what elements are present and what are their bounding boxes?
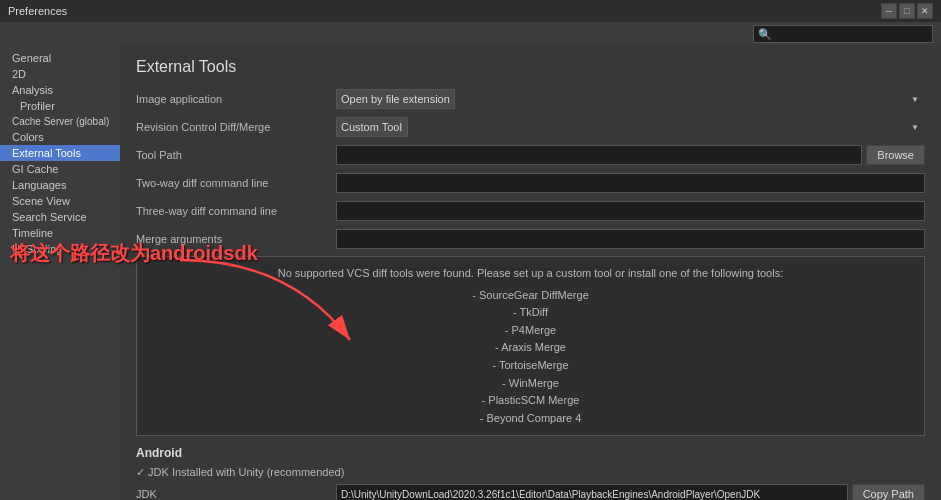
close-button[interactable]: ✕ <box>917 3 933 19</box>
jdk-path-row: JDK Copy Path <box>136 483 925 500</box>
merge-arguments-input[interactable] <box>336 229 925 249</box>
sidebar-item-gi-cache[interactable]: GI Cache <box>0 161 120 177</box>
sidebar-item-ui-scaling[interactable]: UI Scaling <box>0 241 120 257</box>
sidebar-item-2d[interactable]: 2D <box>0 66 120 82</box>
two-way-diff-row: Two-way diff command line <box>136 172 925 194</box>
three-way-diff-input[interactable] <box>336 201 925 221</box>
info-box-line1: No supported VCS diff tools were found. … <box>149 265 912 283</box>
revision-control-row: Revision Control Diff/Merge Custom Tool <box>136 116 925 138</box>
sidebar-item-profiler[interactable]: Profiler <box>0 98 120 114</box>
three-way-diff-label: Three-way diff command line <box>136 205 336 217</box>
tool-path-browse-button[interactable]: Browse <box>866 145 925 165</box>
title-bar-controls: ─ □ ✕ <box>881 3 933 19</box>
revision-control-dropdown-wrapper: Custom Tool <box>336 117 925 137</box>
android-section-header: Android <box>136 446 925 460</box>
sidebar-item-cache-server[interactable]: Cache Server (global) <box>0 114 120 129</box>
two-way-diff-value <box>336 173 925 193</box>
jdk-checkbox-row: ✓ JDK Installed with Unity (recommended) <box>136 466 925 479</box>
jdk-path-input[interactable] <box>336 484 848 500</box>
revision-control-value: Custom Tool <box>336 117 925 137</box>
sidebar-item-search-service[interactable]: Search Service <box>0 209 120 225</box>
search-input[interactable] <box>753 25 933 43</box>
image-application-value: Open by file extension <box>336 89 925 109</box>
section-title: External Tools <box>136 58 925 76</box>
sidebar-item-scene-view[interactable]: Scene View <box>0 193 120 209</box>
sidebar-item-languages[interactable]: Languages <box>0 177 120 193</box>
sidebar-item-general[interactable]: General <box>0 50 120 66</box>
two-way-diff-input[interactable] <box>336 173 925 193</box>
revision-control-select[interactable]: Custom Tool <box>336 117 408 137</box>
tool-path-label: Tool Path <box>136 149 336 161</box>
three-way-diff-value <box>336 201 925 221</box>
image-application-dropdown-wrapper: Open by file extension <box>336 89 925 109</box>
image-application-select[interactable]: Open by file extension <box>336 89 455 109</box>
minimize-button[interactable]: ─ <box>881 3 897 19</box>
sidebar-item-external-tools[interactable]: External Tools <box>0 145 120 161</box>
maximize-button[interactable]: □ <box>899 3 915 19</box>
jdk-copy-path-button[interactable]: Copy Path <box>852 484 925 500</box>
search-bar <box>0 22 941 46</box>
revision-control-label: Revision Control Diff/Merge <box>136 121 336 133</box>
sidebar: General 2D Analysis Profiler Cache Serve… <box>0 46 120 500</box>
jdk-label: JDK <box>136 488 336 500</box>
jdk-path-value: Copy Path <box>336 484 925 500</box>
jdk-check-label: ✓ JDK Installed with Unity (recommended) <box>136 466 344 479</box>
two-way-diff-label: Two-way diff command line <box>136 177 336 189</box>
sidebar-item-colors[interactable]: Colors <box>0 129 120 145</box>
merge-arguments-label: Merge arguments <box>136 233 336 245</box>
sidebar-item-timeline[interactable]: Timeline <box>0 225 120 241</box>
image-application-label: Image application <box>136 93 336 105</box>
info-box: No supported VCS diff tools were found. … <box>136 256 925 436</box>
image-application-row: Image application Open by file extension <box>136 88 925 110</box>
content-area: External Tools Image application Open by… <box>120 46 941 500</box>
main-layout: General 2D Analysis Profiler Cache Serve… <box>0 46 941 500</box>
info-box-tools: - SourceGear DiffMerge - TkDiff - P4Merg… <box>149 287 912 428</box>
tool-path-row: Tool Path Browse <box>136 144 925 166</box>
merge-arguments-value <box>336 229 925 249</box>
tool-path-input[interactable] <box>336 145 862 165</box>
sidebar-item-analysis[interactable]: Analysis <box>0 82 120 98</box>
merge-arguments-row: Merge arguments <box>136 228 925 250</box>
title-bar: Preferences ─ □ ✕ <box>0 0 941 22</box>
three-way-diff-row: Three-way diff command line <box>136 200 925 222</box>
tool-path-value: Browse <box>336 145 925 165</box>
title-bar-title: Preferences <box>8 5 67 17</box>
